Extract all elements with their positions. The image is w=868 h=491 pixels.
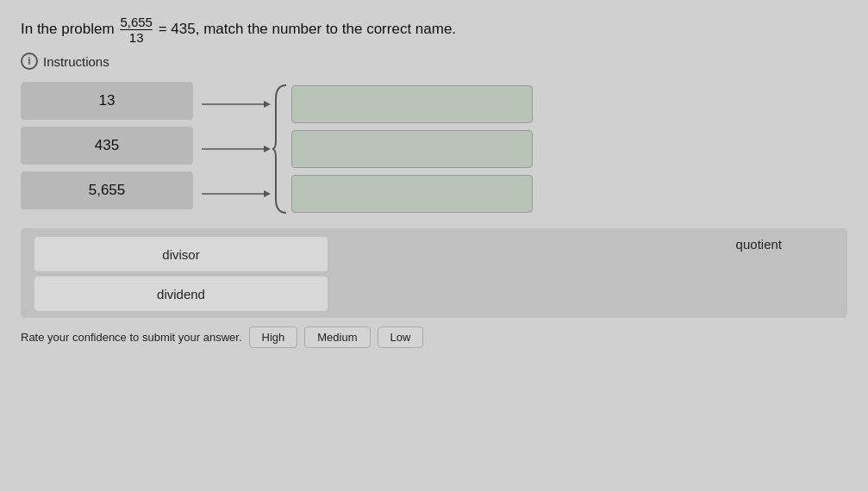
name-boxes-right: quotient (409, 237, 834, 252)
fraction: 5,655 13 (120, 16, 153, 44)
arrow-svg-3 (202, 187, 271, 201)
svg-marker-5 (264, 190, 271, 197)
arrow-svg-2 (202, 142, 271, 156)
confidence-prompt: Rate your confidence to submit your answ… (21, 331, 242, 344)
confidence-high-button[interactable]: High (249, 326, 298, 348)
main-container: In the problem 5,655 13 = 435, match the… (0, 0, 868, 491)
arrow-3 (202, 175, 271, 213)
confidence-low-button[interactable]: Low (378, 326, 424, 348)
name-boxes-row: divisor dividend quotient (34, 237, 834, 311)
name-boxes-left: divisor dividend (34, 237, 409, 311)
confidence-medium-button[interactable]: Medium (304, 326, 370, 348)
arrows-col (202, 85, 271, 213)
arrow-svg-1 (202, 97, 271, 111)
svg-marker-3 (264, 146, 271, 152)
left-boxes-col: 13 435 5,655 (21, 82, 193, 209)
instructions-label[interactable]: Instructions (43, 54, 109, 69)
info-icon[interactable]: i (21, 53, 38, 70)
right-boxes-col (291, 85, 533, 213)
drop-box-3[interactable] (291, 175, 533, 213)
instructions-row: i Instructions (21, 53, 847, 70)
quotient-label: quotient (736, 237, 782, 252)
fraction-denominator: 13 (129, 30, 144, 44)
fraction-numerator: 5,655 (120, 16, 153, 30)
left-box-435[interactable]: 435 (21, 127, 193, 165)
name-box-dividend[interactable]: dividend (34, 277, 328, 311)
arrow-1 (202, 85, 271, 123)
problem-text-post: = 435, match the number to the correct n… (159, 21, 456, 37)
left-box-5655[interactable]: 5,655 (21, 171, 193, 209)
matching-wrapper: 13 435 5,655 (21, 82, 847, 216)
problem-header: In the problem 5,655 13 = 435, match the… (21, 16, 847, 44)
arrows-and-right (193, 82, 533, 216)
drop-box-1[interactable] (291, 85, 533, 123)
name-box-divisor[interactable]: divisor (34, 237, 328, 271)
drop-box-2[interactable] (291, 130, 533, 168)
brace-svg (271, 82, 290, 216)
confidence-row: Rate your confidence to submit your answ… (21, 326, 847, 348)
brace-container (271, 82, 290, 216)
bottom-section: divisor dividend quotient (21, 228, 847, 318)
problem-text-pre: In the problem (21, 21, 115, 37)
arrow-2 (202, 130, 271, 168)
svg-marker-1 (264, 101, 271, 108)
left-box-13[interactable]: 13 (21, 82, 193, 120)
